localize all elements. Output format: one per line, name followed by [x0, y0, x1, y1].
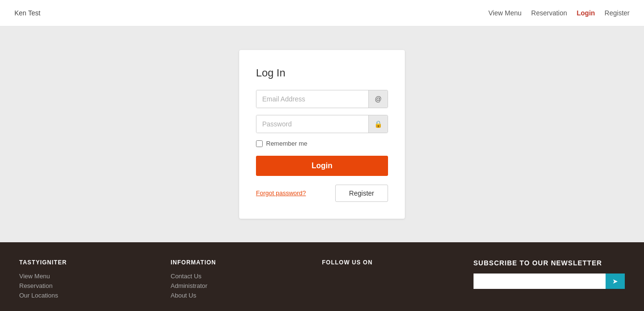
nav-register[interactable]: Register — [605, 9, 630, 17]
remember-label[interactable]: Remember me — [266, 140, 307, 147]
password-input-group: 🔒 — [256, 115, 388, 133]
site-logo[interactable]: Ken Test — [14, 9, 40, 17]
footer-col1-heading: TASTYIGNITER — [19, 259, 170, 266]
newsletter-submit-button[interactable]: ➤ — [606, 274, 625, 289]
footer-link-our-locations[interactable]: Our Locations — [19, 292, 170, 299]
footer-col2-heading: INFORMATION — [170, 259, 322, 266]
password-field[interactable] — [256, 115, 368, 133]
footer-col3-heading: FOLLOW US ON — [322, 259, 474, 266]
footer-link-reservation[interactable]: Reservation — [19, 282, 170, 289]
forgot-password-link[interactable]: Forgot password? — [256, 189, 306, 198]
nav-login[interactable]: Login — [577, 9, 595, 17]
footer-link-administrator[interactable]: Administrator — [170, 282, 322, 289]
email-input-group: @ — [256, 90, 388, 108]
nav-view-menu[interactable]: View Menu — [488, 9, 522, 17]
nav-reservation[interactable]: Reservation — [531, 9, 567, 17]
newsletter-form: ➤ — [474, 274, 625, 289]
footer-col-social: FOLLOW US ON — [322, 259, 474, 301]
register-button[interactable]: Register — [335, 185, 388, 202]
remember-row: Remember me — [256, 140, 388, 147]
login-title: Log In — [256, 67, 388, 79]
footer-col-newsletter: Subscribe to our newsletter ➤ — [474, 259, 625, 301]
footer-link-view-menu[interactable]: View Menu — [19, 273, 170, 280]
footer-col-information: INFORMATION Contact Us Administrator Abo… — [170, 259, 322, 301]
email-icon: @ — [368, 90, 388, 108]
footer-link-contact-us[interactable]: Contact Us — [170, 273, 322, 280]
newsletter-email-input[interactable] — [474, 274, 606, 289]
login-button[interactable]: Login — [256, 156, 388, 176]
main-nav: View Menu Reservation Login Register — [488, 9, 630, 17]
newsletter-heading: Subscribe to our newsletter — [474, 259, 625, 267]
site-footer: TASTYIGNITER View Menu Reservation Our L… — [0, 242, 644, 311]
footer-link-about-us[interactable]: About Us — [170, 292, 322, 299]
footer-col-tastyigniter: TASTYIGNITER View Menu Reservation Our L… — [19, 259, 170, 301]
email-field[interactable] — [256, 90, 368, 108]
remember-checkbox[interactable] — [256, 140, 263, 147]
send-icon: ➤ — [612, 277, 618, 285]
login-card: Log In @ 🔒 Remember me Login Forgot pass… — [239, 50, 405, 219]
lock-icon: 🔒 — [368, 115, 388, 133]
site-header: Ken Test View Menu Reservation Login Reg… — [0, 0, 644, 26]
main-content: Log In @ 🔒 Remember me Login Forgot pass… — [0, 26, 644, 242]
login-actions: Forgot password? Register — [256, 185, 388, 202]
